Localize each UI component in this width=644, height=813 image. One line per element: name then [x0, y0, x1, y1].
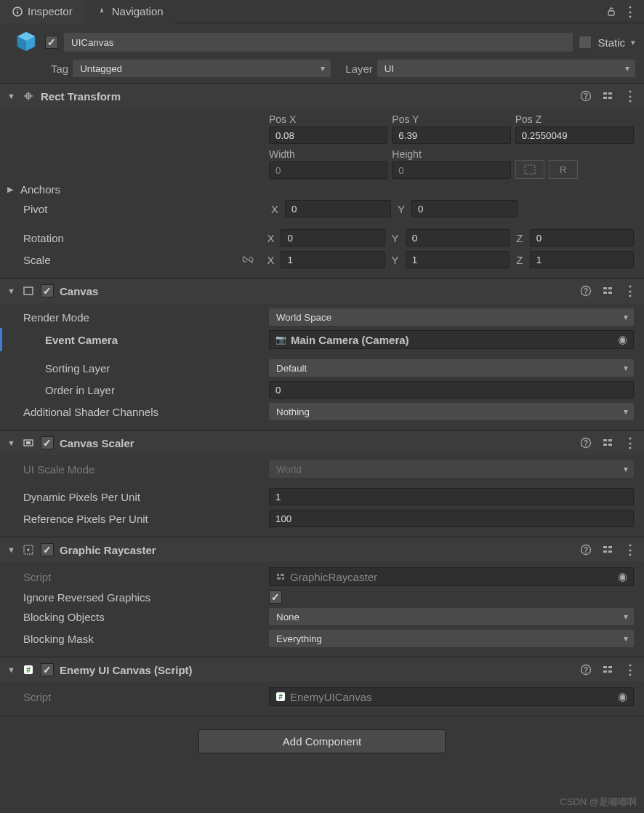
blocking-mask-label: Blocking Mask: [10, 633, 265, 645]
preset-icon[interactable]: [602, 285, 613, 297]
component-enabled-checkbox[interactable]: [41, 543, 54, 556]
preset-icon[interactable]: [602, 544, 613, 556]
tab-inspector-label: Inspector: [28, 5, 73, 17]
lock-icon[interactable]: [606, 7, 616, 17]
static-checkbox[interactable]: [579, 36, 592, 49]
help-icon[interactable]: ?: [580, 544, 592, 556]
component-enabled-checkbox[interactable]: [41, 436, 54, 449]
svg-rect-6: [603, 92, 607, 95]
svg-rect-14: [603, 287, 607, 289]
tab-inspector[interactable]: Inspector: [0, 0, 84, 23]
posx-field[interactable]: [269, 127, 387, 144]
event-camera-field[interactable]: 📷 Main Camera (Camera) ◉: [269, 330, 634, 349]
static-dropdown-icon[interactable]: ▾: [631, 38, 635, 47]
tab-bar: Inspector Navigation ⋮: [0, 0, 644, 23]
tag-label: Tag: [51, 63, 68, 75]
blocking-objects-label: Blocking Objects: [10, 611, 265, 623]
svg-rect-30: [603, 546, 607, 548]
addchan-dropdown[interactable]: Nothing: [269, 403, 634, 420]
preset-icon[interactable]: [602, 664, 613, 676]
scly-field[interactable]: [406, 251, 510, 268]
order-field[interactable]: [269, 381, 634, 399]
sclx-field[interactable]: [281, 251, 385, 268]
cube-icon[interactable]: [13, 29, 39, 55]
more-icon[interactable]: ⋮: [624, 88, 637, 104]
section-canvas-scaler: ▼ Canvas Scaler ? ⋮ UI Scale Mode World …: [0, 430, 644, 537]
section-enemy-ui-canvas: ▼ # Enemy UI Canvas (Script) ? ⋮ Script …: [0, 657, 644, 716]
anchors-foldout-icon[interactable]: ▶: [7, 185, 16, 194]
render-mode-label: Render Mode: [10, 311, 265, 324]
svg-rect-11: [24, 287, 33, 295]
more-icon[interactable]: ⋮: [624, 283, 637, 299]
blueprint-mode-button[interactable]: [515, 160, 544, 179]
svg-rect-1: [17, 11, 18, 14]
width-field[interactable]: [269, 161, 387, 179]
blocking-mask-dropdown[interactable]: Everything: [269, 630, 634, 647]
posz-field[interactable]: [515, 127, 634, 144]
component-enabled-checkbox[interactable]: [41, 663, 54, 676]
more-icon[interactable]: ⋮: [624, 542, 637, 558]
foldout-icon[interactable]: ▼: [7, 665, 16, 674]
height-field[interactable]: [392, 161, 510, 179]
event-camera-label: Event Camera: [10, 334, 265, 346]
addchan-label: Additional Shader Channels: [10, 406, 265, 418]
help-icon[interactable]: ?: [580, 664, 592, 676]
section-title: Enemy UI Canvas (Script): [60, 664, 574, 676]
tab-menu-icon[interactable]: ⋮: [624, 4, 637, 20]
rect-transform-icon: [22, 89, 35, 103]
tab-navigation[interactable]: Navigation: [84, 0, 175, 23]
svg-rect-42: [603, 666, 607, 668]
more-icon[interactable]: ⋮: [624, 662, 637, 678]
help-icon[interactable]: ?: [580, 90, 592, 102]
more-icon[interactable]: ⋮: [624, 435, 637, 451]
svg-rect-9: [608, 97, 612, 99]
foldout-icon[interactable]: ▼: [7, 438, 16, 447]
sorting-layer-dropdown[interactable]: Default: [269, 359, 634, 377]
preset-icon[interactable]: [602, 90, 613, 102]
constrain-proportions-icon[interactable]: [241, 255, 254, 265]
foldout-icon[interactable]: ▼: [7, 92, 16, 100]
component-enabled-checkbox[interactable]: [41, 284, 54, 297]
gameobject-name-field[interactable]: [64, 33, 573, 52]
gameobject-active-checkbox[interactable]: [45, 36, 58, 49]
rotz-field[interactable]: [530, 229, 634, 247]
tab-navigation-label: Navigation: [112, 5, 164, 17]
svg-text:#: #: [26, 665, 31, 674]
object-picker-icon[interactable]: ◉: [618, 333, 627, 346]
posy-field[interactable]: [392, 127, 510, 144]
raw-edit-button[interactable]: R: [549, 160, 578, 179]
rppu-field[interactable]: [269, 510, 634, 527]
object-picker-icon[interactable]: ◉: [618, 570, 627, 583]
blocking-objects-dropdown[interactable]: None: [269, 608, 634, 625]
svg-rect-17: [608, 292, 612, 294]
help-icon[interactable]: ?: [580, 437, 592, 449]
foldout-icon[interactable]: ▼: [7, 287, 16, 295]
render-mode-dropdown[interactable]: World Space: [269, 308, 634, 326]
sclz-field[interactable]: [530, 251, 634, 268]
pivoty-field[interactable]: [411, 200, 518, 217]
tag-dropdown[interactable]: Untagged: [73, 60, 331, 77]
dppu-field[interactable]: [269, 488, 634, 505]
layer-label: Layer: [345, 63, 373, 75]
height-label: Height: [392, 148, 510, 161]
section-title: Canvas Scaler: [60, 437, 574, 449]
rotx-field[interactable]: [281, 229, 385, 247]
object-picker-icon[interactable]: ◉: [618, 690, 627, 703]
roty-field[interactable]: [406, 229, 510, 247]
add-component-button[interactable]: Add Component: [198, 729, 446, 753]
foldout-icon[interactable]: ▼: [7, 545, 16, 554]
ignore-reversed-checkbox[interactable]: [269, 590, 282, 604]
order-label: Order in Layer: [10, 384, 265, 396]
layer-dropdown[interactable]: UI: [377, 60, 635, 77]
pivotx-field[interactable]: [285, 200, 391, 217]
gameobject-header: Static ▾: [0, 23, 644, 58]
preset-icon[interactable]: [602, 437, 613, 449]
svg-rect-3: [608, 11, 614, 15]
svg-rect-25: [608, 444, 612, 446]
help-icon[interactable]: ?: [580, 285, 592, 297]
svg-rect-31: [608, 546, 612, 548]
raycaster-icon: [22, 543, 35, 556]
svg-rect-10: [525, 165, 535, 174]
script-icon: [275, 572, 286, 582]
svg-rect-16: [603, 292, 607, 294]
